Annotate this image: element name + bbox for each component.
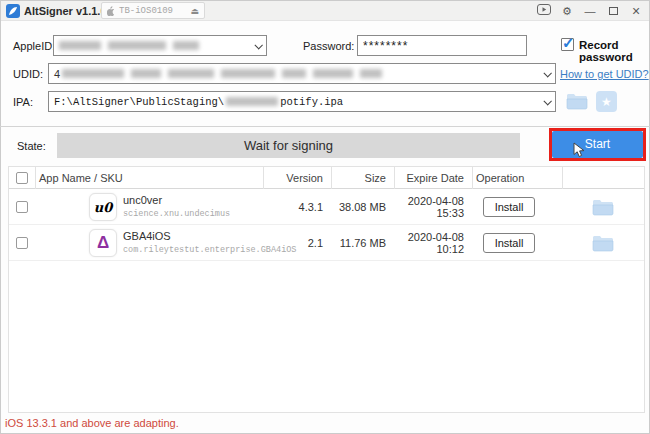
app-sku: com.rileytestut.enterprise.GBA4iOS [123, 245, 296, 255]
redacted-apple-id [108, 41, 166, 50]
table-row: Δ GBA4iOS com.rileytestut.enterprise.GBA… [9, 225, 644, 261]
redacted-udid [168, 69, 214, 78]
header-app-name[interactable]: App Name / SKU [35, 167, 263, 189]
chevron-down-icon[interactable] [543, 69, 551, 77]
password-field[interactable] [357, 35, 527, 56]
browse-folder-button[interactable] [566, 93, 588, 110]
window-controls: ⚙ — × [537, 1, 643, 21]
start-button[interactable]: Start [552, 131, 643, 158]
settings-gear-icon[interactable]: ⚙ [560, 1, 574, 21]
udid-label: UDID: [13, 68, 43, 80]
table-row: u0 unc0ver science.xnu.undecimus 4.3.1 3… [9, 189, 644, 225]
app-name: unc0ver [123, 194, 162, 206]
mouse-cursor [573, 142, 586, 163]
app-version: 4.3.1 [263, 201, 331, 213]
apple-id-label: AppleID: [13, 40, 55, 52]
minimize-button[interactable]: — [583, 1, 597, 21]
redacted-udid [360, 69, 382, 78]
redacted-udid [131, 69, 161, 78]
ipa-label: IPA: [13, 96, 33, 108]
app-name: GBA4iOS [123, 230, 171, 242]
udid-combobox[interactable]: 4 [48, 63, 556, 84]
install-button[interactable]: Install [483, 233, 535, 253]
row-checkbox[interactable] [16, 201, 28, 213]
app-expire-date: 2020-04-08 10:12 [394, 231, 472, 255]
header-spacer [562, 167, 644, 189]
maximize-icon [609, 7, 618, 15]
signing-state-bar: Wait for signing [57, 133, 520, 158]
how-to-get-udid-link[interactable]: How to get UDID? [560, 68, 649, 80]
state-label: State: [17, 140, 46, 152]
header-expire-date[interactable]: Expire Date [394, 167, 472, 189]
redacted-udid [313, 69, 353, 78]
table-header-row: App Name / SKU Version Size Expire Date … [9, 167, 644, 189]
app-logo-icon [6, 4, 20, 18]
section-divider [0, 126, 650, 127]
header-operation[interactable]: Operation [472, 167, 562, 189]
open-folder-button[interactable] [562, 235, 644, 252]
chevron-down-icon[interactable] [543, 97, 551, 105]
install-button[interactable]: Install [483, 197, 535, 217]
gba4ios-app-icon: Δ [89, 229, 117, 257]
redacted-udid [221, 69, 275, 78]
header-size[interactable]: Size [331, 167, 394, 189]
annotation-red-box: Start [549, 128, 646, 161]
select-all-checkbox[interactable] [16, 172, 28, 184]
altsigner-window: AltSigner v1.1.0.0 TB-iOS0109 ⏏ ⚙ — × Ap… [0, 0, 650, 434]
password-label: Password: [303, 40, 354, 52]
folder-icon [592, 235, 614, 252]
maximize-button[interactable] [606, 1, 620, 21]
record-password-label: Record password [579, 39, 650, 63]
udid-visible-text: 4 [54, 68, 60, 80]
eject-icon[interactable]: ⏏ [190, 6, 199, 16]
redacted-apple-id [59, 41, 101, 50]
apple-icon [107, 2, 115, 20]
adaptation-notice: iOS 13.3.1 and above are adapting. [5, 417, 179, 429]
checkmark-icon: ✓ [562, 34, 575, 52]
screen-record-icon[interactable] [537, 1, 551, 21]
app-sku: science.xnu.undecimus [123, 209, 230, 219]
unc0ver-app-icon: u0 [89, 193, 117, 221]
chevron-down-icon[interactable] [254, 41, 262, 49]
folder-icon [592, 199, 614, 216]
redacted-udid [62, 69, 124, 78]
ipa-combobox[interactable]: F:\AltSigner\PublicStaging\ potify.ipa [48, 91, 556, 112]
row-checkbox[interactable] [16, 237, 28, 249]
ipa-path-prefix: F:\AltSigner\PublicStaging\ [54, 96, 224, 108]
app-expire-date: 2020-04-08 15:33 [394, 195, 472, 219]
record-password-checkbox[interactable]: ✓ [561, 38, 574, 51]
folder-icon [566, 93, 588, 110]
apple-id-combobox[interactable] [53, 35, 267, 56]
open-folder-button[interactable] [562, 199, 644, 216]
device-selector[interactable]: TB-iOS0109 ⏏ [101, 2, 205, 19]
titlebar: AltSigner v1.1.0.0 TB-iOS0109 ⏏ ⚙ — × [1, 1, 649, 21]
app-size: 11.76 MB [331, 237, 394, 249]
favorite-star-button[interactable]: ★ [596, 91, 617, 112]
ipa-path-suffix: potify.ipa [280, 96, 343, 108]
redacted-ipa-path [226, 97, 278, 106]
app-size: 38.08 MB [331, 201, 394, 213]
header-version[interactable]: Version [263, 167, 331, 189]
app-table: App Name / SKU Version Size Expire Date … [8, 166, 645, 413]
redacted-udid [282, 69, 306, 78]
star-icon: ★ [601, 95, 612, 109]
close-button[interactable]: × [629, 1, 643, 21]
redacted-apple-id [173, 41, 199, 50]
device-name: TB-iOS0109 [119, 6, 186, 16]
